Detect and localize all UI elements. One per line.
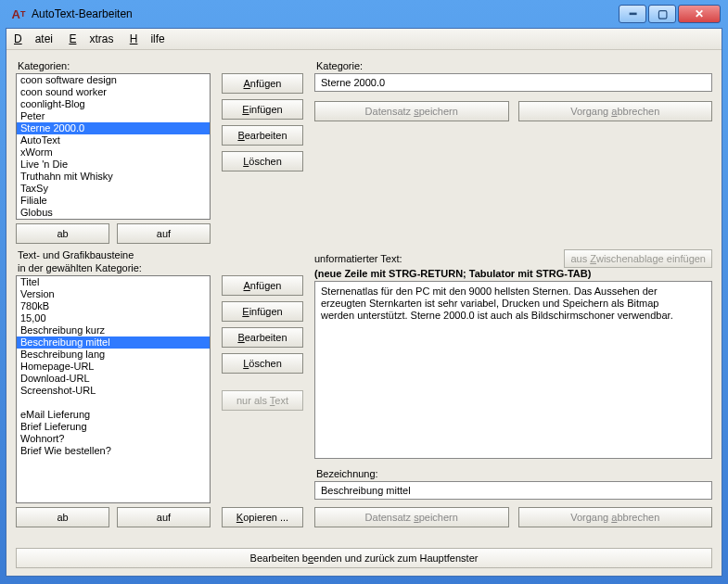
list-item[interactable]: Sterne 2000.0 bbox=[17, 122, 210, 134]
list-item[interactable]: Beschreibung mittel bbox=[17, 336, 210, 349]
clipboard-paste-button[interactable]: aus Zwischenablage einfügen bbox=[564, 249, 712, 268]
list-item[interactable]: Brief Lieferung bbox=[17, 421, 210, 433]
list-item[interactable]: Live 'n Die bbox=[17, 159, 210, 171]
minimize-icon: ━ bbox=[630, 7, 636, 20]
list-item[interactable]: Homepage-URL bbox=[17, 361, 210, 373]
maximize-button[interactable]: ▢ bbox=[648, 5, 676, 23]
minimize-button[interactable]: ━ bbox=[619, 5, 646, 23]
titlebar: AT AutoText-Bearbeiten ━ ▢ ✕ bbox=[6, 0, 722, 28]
cat-down-button[interactable]: ab bbox=[16, 223, 109, 244]
list-item[interactable]: 780kB bbox=[17, 300, 210, 312]
bezeichnung-input[interactable]: Beschreibung mittel bbox=[314, 481, 712, 500]
kategorien-label: Kategorien: bbox=[18, 60, 211, 71]
list-item[interactable]: eMail Lieferung bbox=[17, 409, 210, 421]
item-einfuegen-button[interactable]: Einfügen bbox=[222, 301, 303, 322]
item-loeschen-button[interactable]: Löschen bbox=[222, 353, 303, 374]
cat-loeschen-button[interactable]: Löschen bbox=[222, 151, 303, 171]
cat-einfuegen-button[interactable]: Einfügen bbox=[222, 99, 303, 120]
list-item[interactable]: 15,00 bbox=[17, 312, 210, 324]
list-item[interactable]: Screenshot-URL bbox=[17, 385, 210, 397]
list-item[interactable]: Globus bbox=[17, 207, 210, 219]
list-item[interactable]: xWorm bbox=[17, 146, 210, 159]
categories-listbox[interactable]: coon software designcoon sound workercoo… bbox=[16, 73, 211, 220]
item-down-button[interactable]: ab bbox=[16, 507, 109, 527]
item-cancel-button[interactable]: Vorgang abbrechen bbox=[518, 507, 713, 527]
close-dialog-button[interactable]: Bearbeiten beenden und zurück zum Hauptf… bbox=[16, 548, 712, 568]
app-icon: AT bbox=[11, 6, 26, 21]
menu-extras[interactable]: Extras bbox=[69, 32, 113, 45]
list-item[interactable]: Filiale bbox=[17, 195, 210, 207]
list-item[interactable]: Titel bbox=[17, 276, 210, 288]
cat-up-button[interactable]: auf bbox=[117, 223, 211, 244]
list-item[interactable]: Brief Wie bestellen? bbox=[17, 445, 210, 457]
list-item[interactable]: Beschreibung lang bbox=[17, 349, 210, 361]
list-item[interactable]: Truthahn mit Whisky bbox=[17, 171, 210, 183]
nur-als-text-button[interactable]: nur als Text bbox=[222, 390, 303, 411]
item-up-button[interactable]: auf bbox=[117, 507, 211, 527]
list-item[interactable]: coon sound worker bbox=[17, 86, 210, 98]
items-listbox[interactable]: TitelVersion780kB15,00Beschreibung kurzB… bbox=[16, 275, 211, 503]
list-item[interactable] bbox=[17, 397, 210, 409]
close-icon: ✕ bbox=[695, 7, 704, 20]
list-item[interactable]: coonlight-Blog bbox=[17, 98, 210, 110]
menu-datei[interactable]: Datei bbox=[14, 32, 53, 45]
kategorie-input[interactable]: Sterne 2000.0 bbox=[314, 73, 712, 92]
list-item[interactable]: TaxSy bbox=[17, 183, 210, 195]
bezeichnung-label: Bezeichnung: bbox=[316, 468, 712, 479]
menubar: Datei Extras Hilfe bbox=[6, 29, 722, 50]
list-item[interactable]: Download-URL bbox=[17, 373, 210, 385]
item-save-button[interactable]: Datensatz speichern bbox=[314, 507, 509, 527]
cat-save-button[interactable]: Datensatz speichern bbox=[314, 101, 509, 121]
kategorie-label: Kategorie: bbox=[316, 60, 712, 71]
list-item[interactable]: Beschreibung kurz bbox=[17, 324, 210, 336]
items-label-2: in der gewählten Kategorie: bbox=[18, 262, 211, 273]
list-item[interactable]: Version bbox=[17, 288, 210, 300]
item-anfuegen-button[interactable]: Anfügen bbox=[222, 275, 303, 296]
list-item[interactable]: AutoText bbox=[17, 134, 210, 146]
cat-cancel-button[interactable]: Vorgang abbrechen bbox=[518, 101, 713, 121]
maximize-icon: ▢ bbox=[658, 7, 668, 20]
menu-hilfe[interactable]: Hilfe bbox=[130, 32, 165, 45]
cat-bearbeiten-button[interactable]: Bearbeiten bbox=[222, 125, 303, 146]
list-item[interactable]: Peter bbox=[17, 110, 210, 122]
close-button[interactable]: ✕ bbox=[678, 5, 721, 23]
items-label-1: Text- und Grafikbausteine bbox=[18, 249, 211, 260]
kopieren-button[interactable]: Kopieren ... bbox=[222, 507, 303, 527]
item-bearbeiten-button[interactable]: Bearbeiten bbox=[222, 327, 303, 348]
window-title: AutoText-Bearbeiten bbox=[32, 7, 619, 20]
text-area[interactable]: Sternenatlas für den PC mit den 9000 hel… bbox=[314, 281, 712, 459]
hint-label: (neue Zeile mit STRG-RETURN; Tabulator m… bbox=[314, 268, 712, 279]
unformatiert-label: unformatierter Text: bbox=[314, 253, 402, 264]
cat-anfuegen-button[interactable]: Anfügen bbox=[222, 73, 303, 94]
list-item[interactable]: Wohnort? bbox=[17, 433, 210, 445]
list-item[interactable]: coon software design bbox=[17, 74, 210, 86]
